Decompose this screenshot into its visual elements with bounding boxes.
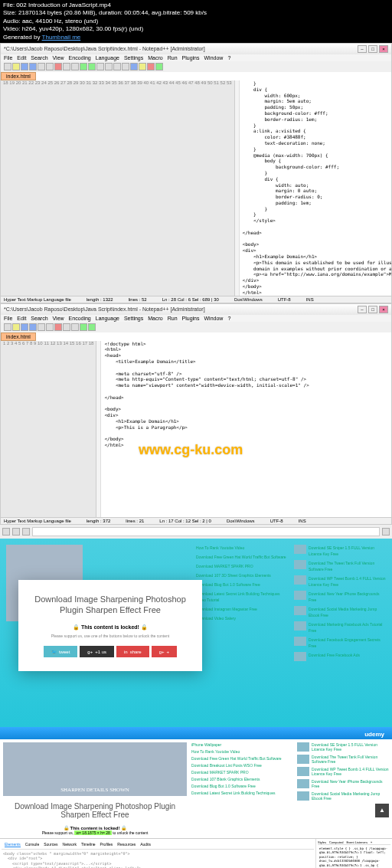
sidebar-link[interactable]: Download SE Sniper 1.5 FULL Version Lice… xyxy=(297,742,389,752)
styles-tab[interactable]: Computed xyxy=(329,840,343,844)
maximize-button[interactable]: □ xyxy=(368,306,377,313)
print-icon[interactable] xyxy=(46,323,54,331)
play-icon[interactable] xyxy=(155,63,163,70)
menu-window[interactable]: Window xyxy=(204,316,224,321)
sidebar-link[interactable]: Download New Year iPhone Backgrounds Fre… xyxy=(297,779,389,788)
sidebar-link[interactable]: Download 107 Blank Graphics Elements xyxy=(191,777,292,781)
file-tab[interactable]: index.html xyxy=(1,72,36,80)
wrap-icon[interactable] xyxy=(130,63,138,70)
save-icon[interactable] xyxy=(21,323,28,331)
maximize-button[interactable]: □ xyxy=(368,45,377,53)
redo-icon[interactable] xyxy=(88,323,96,331)
devtools-tab-timeline[interactable]: Timeline xyxy=(81,842,96,847)
devtools-tab-console[interactable]: Console xyxy=(25,842,39,847)
paste-icon[interactable] xyxy=(71,323,79,331)
toolbar xyxy=(1,61,391,72)
new-icon[interactable] xyxy=(4,323,11,331)
zoom-out-icon[interactable] xyxy=(122,63,129,70)
menu-macro[interactable]: Macro xyxy=(148,316,162,321)
menu-run[interactable]: Run xyxy=(168,55,178,61)
tweet-button[interactable]: 🐦 tweet xyxy=(44,646,77,657)
close-button[interactable]: × xyxy=(379,45,388,53)
minimize-button[interactable]: – xyxy=(358,45,367,53)
dom-tree[interactable]: <body class="vchebs " marginwidth="0" ma… xyxy=(2,850,314,868)
new-icon[interactable] xyxy=(4,63,11,70)
devtools-tab-sources[interactable]: Sources xyxy=(44,842,57,847)
sidebar-link[interactable]: How To Rank Youtube Video xyxy=(191,749,292,754)
code-editor[interactable]: <!doctype html> <html> <head> <title>Exa… xyxy=(101,341,391,517)
menu-edit[interactable]: Edit xyxy=(17,316,26,321)
menu-plugins[interactable]: Plugins xyxy=(182,316,200,321)
zoom-in-icon[interactable] xyxy=(113,63,121,70)
styles-tab[interactable]: » xyxy=(371,840,372,844)
menu-view[interactable]: View xyxy=(53,316,64,321)
menu-encoding[interactable]: Encoding xyxy=(69,55,91,61)
sidebar-link[interactable]: iPhone Wallpaper xyxy=(191,742,292,747)
menu-settings[interactable]: Settings xyxy=(124,55,143,61)
func-icon[interactable] xyxy=(139,63,146,70)
devtools-tab-audits[interactable]: Audits xyxy=(140,842,151,847)
sidebar-link[interactable]: Download MARKET SPARK PRO xyxy=(191,770,292,775)
sidebar-link[interactable]: Download The Tweet Tank Full Version Sof… xyxy=(297,755,389,764)
menu-language[interactable]: Language xyxy=(96,55,119,61)
file-tab[interactable]: index.html xyxy=(1,332,36,341)
cut-icon[interactable] xyxy=(54,323,62,331)
devtools-panel: ElementsConsoleSourcesNetworkTimelinePro… xyxy=(0,838,392,868)
styles-pane[interactable]: element.style { } .ss_bp { /loopgogo-gba… xyxy=(318,845,390,868)
gplus2-button[interactable]: g+ + xyxy=(152,646,177,657)
open-icon[interactable] xyxy=(12,63,20,70)
gplus-button[interactable]: g+ +1 us xyxy=(80,646,114,657)
copy-icon[interactable] xyxy=(63,323,70,331)
devtools-tab-network[interactable]: Network xyxy=(63,842,77,847)
sidebar-link[interactable]: Download Latest Secret Link Building Tec… xyxy=(191,791,292,795)
menu-plugins[interactable]: Plugins xyxy=(182,55,200,61)
print-icon[interactable] xyxy=(46,63,54,70)
devtools-tab-profiles[interactable]: Profiles xyxy=(100,842,113,847)
minimize-button[interactable]: – xyxy=(358,306,367,313)
undo-icon[interactable] xyxy=(80,63,87,70)
share-button[interactable]: in share xyxy=(116,646,149,657)
menu-search[interactable]: Search xyxy=(31,55,47,61)
sidebar-link[interactable]: Download Social Media Marketing Jump Ebo… xyxy=(297,791,389,801)
menu-edit[interactable]: Edit xyxy=(17,55,26,61)
styles-tab[interactable]: Styles xyxy=(318,840,326,844)
close-file-icon[interactable] xyxy=(38,323,45,331)
menu-encoding[interactable]: Encoding xyxy=(69,316,91,321)
save-icon[interactable] xyxy=(21,63,28,70)
cut-icon[interactable] xyxy=(54,63,62,70)
replace-icon[interactable] xyxy=(105,63,113,70)
redo-icon[interactable] xyxy=(88,63,96,70)
menu-file[interactable]: File xyxy=(4,316,12,321)
open-icon[interactable] xyxy=(12,323,20,331)
code-editor[interactable]: } div { width: 600px; margin: 5em auto; … xyxy=(240,80,391,296)
close-file-icon[interactable] xyxy=(38,63,45,70)
rec-icon[interactable] xyxy=(147,63,155,70)
undo-icon[interactable] xyxy=(80,323,87,331)
menu-view[interactable]: View xyxy=(53,55,64,61)
devtools-tab-resources[interactable]: Resources xyxy=(117,842,136,847)
menu-window[interactable]: Window xyxy=(204,55,224,61)
sidebar-link[interactable]: Download Free Green Hat World Traffic Bo… xyxy=(191,756,292,761)
sidebar-link[interactable]: Download WP Tweet Bomb 1.4 FULL Version … xyxy=(297,767,389,776)
menu-?[interactable]: ? xyxy=(227,316,230,321)
thumbnail-me-link[interactable]: Thumbnail me xyxy=(42,34,81,41)
find-icon[interactable] xyxy=(96,63,104,70)
styles-tab[interactable]: Event Listeners xyxy=(346,840,368,844)
scroll-top-button[interactable]: ▲ xyxy=(375,804,389,817)
menu-file[interactable]: File xyxy=(4,55,12,61)
menu-search[interactable]: Search xyxy=(31,316,47,321)
menu-settings[interactable]: Settings xyxy=(124,316,143,321)
paste-icon[interactable] xyxy=(71,63,79,70)
sidebar-link[interactable]: Download Breakout List Posts WSO Free xyxy=(191,763,292,768)
menu-macro[interactable]: Macro xyxy=(148,55,162,61)
menu-?[interactable]: ? xyxy=(227,55,230,61)
devtools-tab-elements[interactable]: Elements xyxy=(5,842,21,847)
saveall-icon[interactable] xyxy=(29,63,37,70)
saveall-icon[interactable] xyxy=(29,323,37,331)
close-button[interactable]: × xyxy=(379,306,388,313)
sidebar-link[interactable]: Download Blog Bot 1.0 Software Free xyxy=(191,784,292,788)
video-metadata: File: 002 Introduction of JavaScript.mp4… xyxy=(0,0,392,43)
menu-run[interactable]: Run xyxy=(168,316,178,321)
menu-language[interactable]: Language xyxy=(96,316,119,321)
copy-icon[interactable] xyxy=(63,63,70,70)
